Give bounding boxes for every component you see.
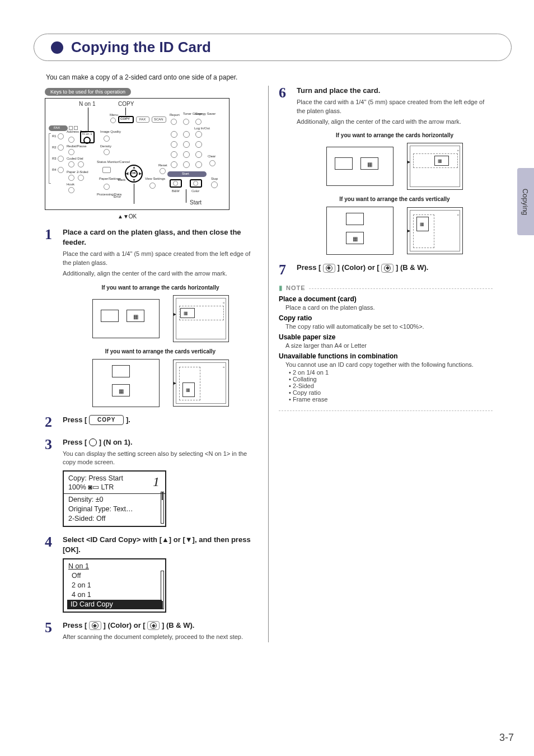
lcd-option: 2 on 1 — [68, 581, 161, 590]
one-touch-key — [58, 156, 64, 162]
page-number: 3-7 — [499, 732, 514, 744]
note-text: A size larger than A4 or Letter — [285, 342, 493, 349]
list-item: Collating — [289, 376, 493, 382]
note-heading: Unavailable functions in combination — [279, 352, 493, 360]
tiny-label: Log In/Out — [194, 127, 210, 130]
step-title: Press [ ] (Color) or [ ] (B & W). — [297, 263, 493, 273]
tiny-label: Clear — [208, 155, 216, 158]
paper-icon: ◙▭ — [88, 483, 99, 491]
operation-panel-figure: N on 1 COPY Menu COPY FAX SCAN FAX R1 R2 — [45, 98, 229, 210]
step-number: 4 — [45, 535, 57, 613]
numpad-key — [171, 151, 177, 158]
lcd-option-selected: ID Card Copy — [67, 600, 162, 609]
note-body: Place a document (card) Place a card on … — [279, 295, 493, 403]
platen-figure: ▦ ▸ ◦ — [173, 295, 229, 342]
lcd-line: 100% ◙▭ LTR — [68, 483, 161, 492]
arrange-v-row: ▦ ▦ ▸ ◦ — [63, 359, 258, 407]
card-slot — [101, 310, 119, 322]
numpad-key — [195, 151, 202, 158]
list-item: 2 on 1/4 on 1 — [289, 369, 493, 376]
callout-line — [88, 108, 88, 132]
tiny-label: R4 — [52, 168, 57, 171]
tiny-label: Redial/Pause — [67, 144, 87, 148]
one-touch-key — [58, 167, 64, 173]
key-icon — [68, 161, 74, 167]
tiny-label: B&W — [172, 189, 180, 193]
tiny-label: FAX — [139, 118, 146, 121]
step-number: 7 — [279, 263, 291, 277]
round-key-icon — [89, 438, 97, 446]
key-icon — [104, 184, 110, 190]
card-slot — [335, 157, 353, 170]
lcd-header: N on 1 — [68, 562, 161, 571]
step-text: After scanning the document completely, … — [63, 633, 258, 641]
lcd-copy-screen: Copy: Press Start 100% ◙▭ LTR 1 Density:… — [63, 470, 166, 527]
numpad-key — [171, 161, 177, 168]
callout-line — [186, 189, 186, 203]
key-icon — [149, 183, 156, 189]
note-label: NOTE — [286, 284, 306, 291]
corner-icon: ◦ — [457, 211, 459, 219]
step-number: 5 — [45, 620, 57, 643]
lcd-option: Off — [68, 571, 161, 581]
step-number: 3 — [45, 437, 57, 527]
one-touch-key — [58, 133, 64, 139]
step-title: Press [ COPY ]. — [63, 415, 258, 426]
t: Press [ — [297, 263, 323, 272]
keys-pill: Keys to be used for this operation — [45, 88, 131, 96]
start-color-icon — [89, 621, 101, 630]
arrow-ok-label: ▲▼OK — [118, 213, 258, 220]
tiny-label: FAX — [54, 126, 60, 129]
step-4: 4 Select <ID Card Copy> with [▲] or [▼],… — [45, 535, 258, 613]
section-tab-label: Copying — [522, 188, 530, 215]
tiny-label: Density — [100, 144, 111, 148]
note-text: The copy ratio will automatically be set… — [285, 323, 493, 330]
t: ] (Color) or [ — [104, 621, 148, 629]
tiny-label: SCAN — [154, 118, 163, 121]
step-title: Press [ ] (N on 1). — [63, 437, 258, 447]
note-icon: ▮ — [279, 284, 283, 292]
start-color-icon — [323, 264, 335, 273]
id-icon: ▦ — [133, 313, 138, 321]
step-6: 6 Turn and place the card. Place the car… — [279, 86, 493, 255]
t: LTR — [101, 483, 114, 491]
step-2: 2 Press [ COPY ]. — [45, 415, 258, 430]
tiny-label: Reset — [158, 164, 167, 167]
start-bw-icon — [381, 264, 394, 273]
scrollbar-icon — [161, 571, 164, 609]
step-3: 3 Press [ ] (N on 1). You can display th… — [45, 437, 258, 527]
tiny-label: Start — [182, 172, 189, 175]
platen-figure: ▦ ▸ ◦ — [173, 360, 229, 407]
tiny-label: Back — [118, 178, 125, 181]
tiny-label: Error — [114, 195, 121, 198]
key-icon — [104, 149, 110, 155]
arrange-v-title: If you want to arrange the cards vertica… — [297, 195, 493, 203]
numpad-key — [195, 141, 202, 148]
id-icon: ▦ — [353, 235, 358, 243]
clear-key-icon — [209, 160, 216, 166]
tiny-label: Report — [170, 113, 180, 116]
divider — [64, 493, 165, 494]
step-5: 5 Press [ ] (Color) or [ ] (B & W). Afte… — [45, 620, 258, 643]
id-icon: ▦ — [420, 221, 424, 227]
numpad-key — [171, 131, 177, 138]
paper-figure: ▦ — [326, 207, 394, 255]
list-item: Copy ratio — [289, 389, 493, 396]
card-slot — [346, 213, 364, 225]
note-heading: Copy ratio — [279, 314, 493, 322]
menu-key-icon — [110, 118, 116, 123]
lcd-n-on-1-screen: N on 1 Off 2 on 1 4 on 1 ID Card Copy — [63, 558, 166, 612]
n-on-1-key-icon — [83, 137, 91, 144]
tiny-label: View Settings — [145, 177, 165, 180]
platen-figure: ▦ ▸ ◦ — [407, 143, 463, 190]
note-list: 2 on 1/4 on 1 Collating 2-Sided Copy rat… — [289, 369, 493, 403]
id-icon: ▦ — [184, 310, 188, 316]
corner-icon: ◦ — [223, 299, 225, 307]
lcd-line: 2-Sided: Off — [68, 514, 161, 524]
tiny-label: R2 — [52, 146, 57, 149]
key-icon — [102, 167, 111, 173]
t: ] (N on 1). — [99, 438, 133, 446]
tiny-label: Energy Saver — [195, 112, 216, 115]
t: ]. — [126, 416, 130, 424]
key-icon — [195, 119, 202, 125]
